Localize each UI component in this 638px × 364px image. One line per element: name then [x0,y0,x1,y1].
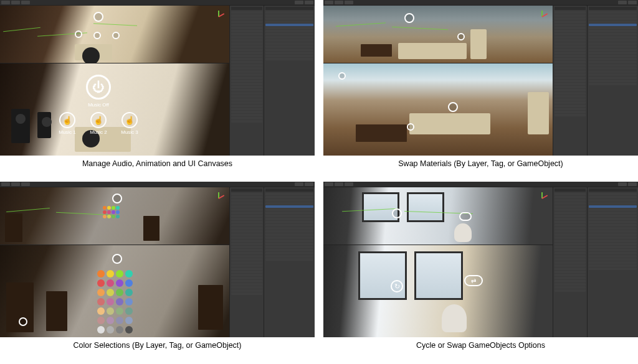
table-prop [361,44,392,57]
turntable-prop [75,44,112,60]
game-view[interactable] [0,245,229,337]
power-label: Music Off [83,102,114,108]
unity-editor[interactable]: ↻ ⇄ [323,182,638,337]
scene-view[interactable] [323,6,553,63]
editor-toolbar[interactable] [323,0,638,6]
color-swatch[interactable] [107,298,114,306]
color-swatch[interactable] [107,279,114,287]
orientation-gizmo[interactable] [535,9,549,23]
inspector-panel[interactable] [587,187,638,337]
couch-prop [528,92,549,134]
game-view[interactable]: ↻ ⇄ [323,245,553,337]
color-swatch[interactable] [107,326,114,334]
power-icon[interactable]: ⏻ [86,75,111,100]
hand-icon[interactable] [75,30,82,38]
unity-editor[interactable] [323,0,638,156]
color-swatch[interactable] [97,317,105,324]
hierarchy-panel[interactable] [229,6,264,156]
color-swatch[interactable] [116,279,123,287]
color-swatch[interactable] [97,279,105,287]
cycle-icon[interactable] [392,208,402,218]
ui-icon[interactable] [404,13,414,23]
table-prop [356,124,407,142]
color-swatch[interactable] [125,298,133,306]
color-swatch[interactable] [125,307,133,315]
editor-toolbar[interactable] [323,182,638,187]
color-swatch[interactable] [97,270,105,278]
inspector-panel[interactable] [587,6,638,156]
color-swatch[interactable] [97,298,105,306]
music3-icon[interactable]: ☝ [121,112,138,128]
inspector-panel[interactable] [264,6,315,156]
inspector-panel[interactable] [264,187,315,337]
color-swatch[interactable] [125,317,133,324]
swap-icon[interactable]: ⇄ [464,275,483,286]
power-icon[interactable] [93,12,103,22]
color-swatch[interactable] [107,317,114,324]
swap-icon[interactable] [448,102,458,112]
cell-gameobjects: ↻ ⇄ Cycle or Swap GameObjects Options [323,182,638,356]
music3-label: Music 3 [114,129,145,135]
caption-colors: Color Selections (By Layer, Tag, or Game… [0,337,315,356]
color-swatch[interactable] [116,298,123,306]
color-swatch[interactable] [107,270,114,278]
caption-gameobjects: Cycle or Swap GameObjects Options [323,337,638,356]
color-swatch[interactable] [116,270,123,278]
color-swatch[interactable] [97,326,105,334]
editor-toolbar[interactable] [0,182,315,187]
screenshot-grid: ⏻ Music Off ☝ Music 1 ☝ Music 2 ☝ Music … [0,0,638,356]
door-prop [5,213,22,242]
chair-prop [442,304,467,332]
music2-label: Music 2 [83,129,114,135]
palette-icon[interactable] [112,254,122,264]
viewport-column: ⏻ Music Off ☝ Music 1 ☝ Music 2 ☝ Music … [0,6,229,156]
music2-icon[interactable]: ☝ [90,112,107,128]
couch-prop [470,29,487,59]
music1-icon[interactable]: ☝ [59,112,75,128]
color-palette-mini[interactable] [103,206,120,218]
color-swatch[interactable] [97,307,105,315]
scene-view[interactable] [0,6,229,63]
hand-icon[interactable] [112,32,120,39]
speaker-prop [11,109,30,143]
color-swatch[interactable] [125,270,133,278]
swap-icon[interactable] [338,72,346,80]
couch-prop [398,43,467,59]
door-prop [46,291,67,331]
color-swatch[interactable] [116,307,123,315]
color-swatch[interactable] [107,289,114,296]
color-swatch[interactable] [125,326,133,334]
color-swatch[interactable] [125,289,133,296]
music1-label: Music 1 [52,129,83,135]
ui-icon[interactable] [457,33,465,40]
color-swatch[interactable] [116,317,123,324]
unity-editor[interactable]: ⏻ Music Off ☝ Music 1 ☝ Music 2 ☝ Music … [0,0,315,156]
color-swatch[interactable] [116,289,123,296]
hierarchy-panel[interactable] [229,187,264,337]
hand-icon[interactable] [93,32,101,39]
speaker-prop [37,112,51,138]
color-swatch[interactable] [125,279,133,287]
color-palette[interactable] [97,270,133,334]
game-view[interactable]: ⏻ Music Off ☝ Music 1 ☝ Music 2 ☝ Music … [0,63,229,156]
color-swatch[interactable] [97,289,105,296]
swap-icon[interactable] [459,212,472,221]
color-swatch[interactable] [107,307,114,315]
scene-view[interactable] [0,187,229,245]
unity-editor[interactable] [0,182,315,337]
orientation-gizmo[interactable] [212,191,226,205]
palette-icon[interactable] [112,194,122,203]
hierarchy-panel[interactable] [553,187,587,337]
editor-toolbar[interactable] [0,0,315,6]
window-prop [414,251,463,300]
game-view[interactable] [323,63,553,156]
scene-view[interactable] [323,187,553,245]
orientation-gizmo[interactable] [212,9,226,23]
ui-icon[interactable] [19,317,27,326]
orientation-gizmo[interactable] [535,191,549,205]
cell-audio: ⏻ Music Off ☝ Music 1 ☝ Music 2 ☝ Music … [0,0,315,174]
hierarchy-panel[interactable] [553,6,587,156]
color-swatch[interactable] [116,326,123,334]
window-prop [358,251,407,300]
couch-prop [409,113,490,134]
